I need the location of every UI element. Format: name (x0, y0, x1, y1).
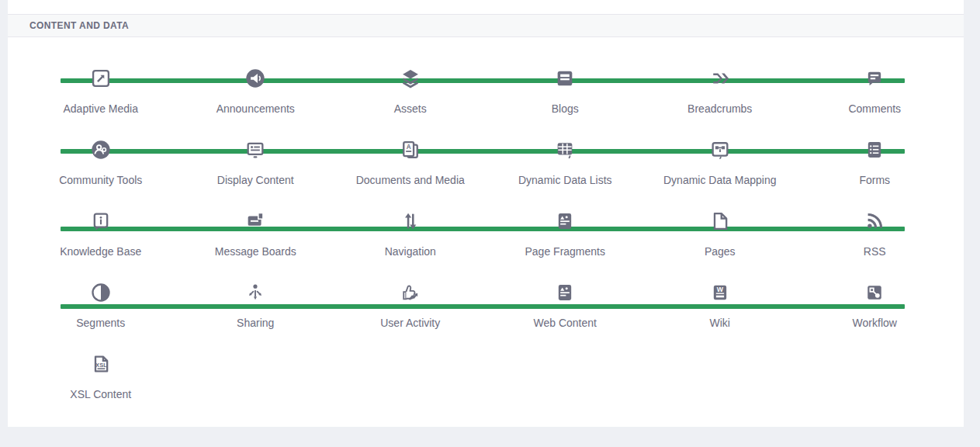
app-tile-display-content[interactable]: Display Content (178, 139, 334, 210)
web-content-icon (554, 282, 576, 303)
assets-icon (400, 68, 421, 89)
app-tile-label: Wiki (710, 316, 730, 330)
app-tile-label: Breadcrumbs (687, 102, 752, 116)
community-tools-icon (90, 139, 112, 161)
rss-icon (864, 210, 885, 232)
message-boards-icon (244, 210, 266, 232)
app-tile-segments[interactable]: Segments (23, 282, 178, 353)
app-tile-label: Pages (705, 244, 736, 258)
app-tile-rss[interactable]: RSS (798, 210, 953, 282)
app-tile-label: Message Boards (215, 244, 296, 258)
app-tile-label: Sharing (237, 316, 274, 330)
app-tile-label: Forms (859, 173, 890, 187)
app-tile-navigation[interactable]: Navigation (333, 210, 488, 282)
app-tile-community-tools[interactable]: Community Tools (23, 139, 178, 210)
sharing-icon (244, 282, 266, 303)
app-tile-label: Dynamic Data Lists (518, 173, 612, 187)
content-card: CONTENT AND DATA Adaptive Media Announce… (8, 0, 964, 427)
blogs-icon (554, 68, 576, 89)
pages-icon (709, 210, 731, 232)
app-tile-label: Web Content (534, 316, 597, 330)
app-tile-announcements[interactable]: Announcements (178, 68, 334, 139)
forms-icon (864, 139, 885, 161)
app-tile-forms[interactable]: Forms (798, 139, 953, 210)
comments-icon (864, 68, 885, 89)
app-tile-label: User Activity (380, 316, 440, 330)
app-tile-label: Dynamic Data Mapping (663, 173, 777, 187)
xsl-content-icon (90, 353, 112, 375)
page-fragments-icon (554, 210, 576, 232)
navigation-icon (400, 210, 421, 232)
dynamic-data-mapping-icon (709, 139, 731, 161)
adaptive-media-icon (90, 68, 112, 89)
user-activity-icon (400, 282, 421, 303)
app-tile-sharing[interactable]: Sharing (178, 282, 334, 353)
app-tile-label: Knowledge Base (60, 244, 141, 258)
app-tile-assets[interactable]: Assets (333, 68, 488, 139)
app-tile-knowledge-base[interactable]: Knowledge Base (23, 210, 178, 282)
page-background: { "section": { "title": "CONTENT AND DAT… (0, 0, 980, 447)
workflow-icon (864, 282, 885, 303)
app-tile-label: Workflow (853, 316, 897, 330)
app-tile-dynamic-data-lists[interactable]: Dynamic Data Lists (488, 139, 643, 210)
app-tile-label: Announcements (216, 102, 295, 116)
app-tile-label: Comments (848, 102, 901, 116)
app-tile-label: Blogs (552, 102, 579, 116)
dynamic-data-lists-icon (554, 139, 576, 161)
app-tile-adaptive-media[interactable]: Adaptive Media (23, 68, 178, 139)
breadcrumbs-icon (709, 68, 731, 89)
app-tile-web-content[interactable]: Web Content (488, 282, 643, 353)
app-tile-page-fragments[interactable]: Page Fragments (488, 210, 643, 282)
announcements-icon (244, 68, 266, 89)
app-tile-label: Adaptive Media (63, 102, 138, 116)
app-tile-documents-and-media[interactable]: Documents and Media (333, 139, 488, 210)
app-tile-xsl-content[interactable]: XSL Content (23, 353, 178, 424)
app-tile-label: Community Tools (59, 173, 142, 187)
section-title: CONTENT AND DATA (29, 20, 129, 31)
app-tile-label: Display Content (217, 173, 294, 187)
app-tile-blogs[interactable]: Blogs (488, 68, 643, 139)
app-tile-user-activity[interactable]: User Activity (333, 282, 488, 353)
app-grid: Adaptive Media Announcements Assets Blog… (23, 68, 952, 424)
app-tile-label: XSL Content (70, 387, 131, 401)
app-tile-dynamic-data-mapping[interactable]: Dynamic Data Mapping (642, 139, 798, 210)
app-tile-label: Documents and Media (356, 173, 465, 187)
app-tile-breadcrumbs[interactable]: Breadcrumbs (642, 68, 798, 139)
app-tile-label: Segments (76, 316, 125, 330)
segments-icon (90, 282, 112, 303)
app-tile-pages[interactable]: Pages (642, 210, 798, 282)
documents-and-media-icon (400, 139, 421, 161)
app-tile-label: Assets (394, 102, 427, 116)
app-tile-message-boards[interactable]: Message Boards (178, 210, 334, 282)
knowledge-base-icon (90, 210, 112, 232)
display-content-icon (244, 139, 266, 161)
app-tile-label: Page Fragments (525, 244, 606, 258)
app-tile-label: Navigation (385, 244, 436, 258)
app-tile-wiki[interactable]: Wiki (642, 282, 798, 353)
wiki-icon (709, 282, 731, 303)
app-tile-comments[interactable]: Comments (798, 68, 953, 139)
app-tile-workflow[interactable]: Workflow (798, 282, 953, 353)
section-header: CONTENT AND DATA (8, 14, 964, 37)
app-tile-label: RSS (864, 244, 886, 258)
